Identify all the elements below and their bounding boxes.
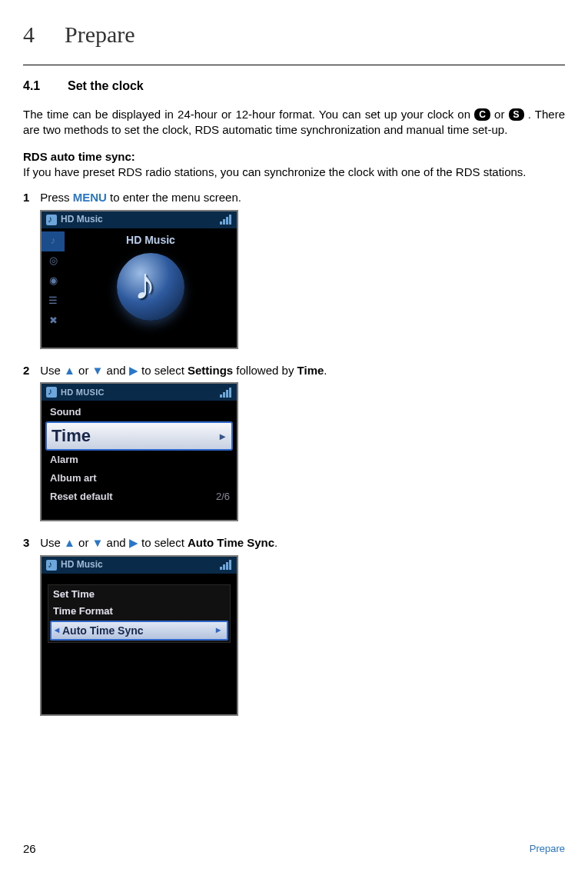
list-item-selected: Time ▸: [45, 421, 233, 451]
step-3: 3 Use ▲ or ▼ and ▶ to select Auto Time S…: [23, 535, 565, 716]
signal-icon: [220, 560, 232, 570]
nav-item-4: ☰: [42, 291, 65, 311]
topbar-title: HD MUSIC: [61, 387, 105, 398]
music-note-icon: [46, 560, 57, 571]
chevron-right-icon: ▸: [220, 429, 225, 443]
intro-text-1: The time can be displayed in 24-hour or …: [23, 108, 474, 121]
arrow-up-icon: ▲: [64, 535, 75, 551]
list-item: Alarm: [45, 451, 233, 469]
nav-item-3: ◉: [42, 271, 65, 291]
nav-item-5: ✖: [42, 311, 65, 331]
section-title: Set the clock: [68, 79, 144, 92]
topbar-title: HD Music: [61, 214, 103, 226]
rds-heading: RDS auto time sync:: [23, 150, 565, 163]
step-2: 2 Use ▲ or ▼ and ▶ to select Settings fo…: [23, 363, 565, 522]
list-item: Reset default2/6: [45, 488, 233, 506]
main-pane: HD Music: [65, 228, 237, 348]
arrow-down-icon: ▼: [92, 363, 104, 378]
divider: [23, 65, 565, 65]
step-text: Use ▲ or ▼ and ▶ to select Auto Time Syn…: [40, 536, 277, 549]
step-text: Press MENU to enter the menu screen.: [40, 191, 241, 204]
chapter-name: Prepare: [65, 22, 135, 47]
rds-body: If you have preset RDS radio stations, y…: [23, 165, 565, 180]
chapter-title: 4Prepare: [23, 22, 565, 48]
manual-page: 4Prepare 4.1Set the clock The time can b…: [0, 0, 588, 872]
page-footer: 26 Prepare: [23, 842, 565, 855]
signal-icon: [220, 388, 232, 398]
step-number: 1: [23, 190, 37, 205]
intro-text-2: or: [494, 108, 509, 121]
screenshot-3: HD Music Set Time Time Format ◂Auto Time…: [40, 555, 238, 716]
time-list: Set Time Time Format ◂Auto Time Sync ▸: [42, 574, 237, 714]
screenshot-1: HD Music ♪ ◎ ◉ ☰ ✖ HD Music: [40, 210, 238, 349]
main-title: HD Music: [65, 233, 237, 247]
list-item: Set Time: [50, 587, 228, 604]
music-note-icon: [46, 215, 57, 225]
section-heading: 4.1Set the clock: [23, 79, 565, 93]
screenshot-2: HD MUSIC Sound Time ▸ Alarm Album art Re…: [40, 382, 238, 521]
side-nav: ♪ ◎ ◉ ☰ ✖: [42, 228, 65, 348]
list-item-selected: ◂Auto Time Sync ▸: [50, 621, 228, 641]
signal-icon: [220, 215, 232, 225]
step-number: 3: [23, 535, 37, 551]
intro-paragraph: The time can be displayed in 24-hour or …: [23, 107, 565, 138]
step-number: 2: [23, 363, 37, 378]
settings-list: Sound Time ▸ Alarm Album art Reset defau…: [42, 401, 237, 520]
list-item: Sound: [45, 403, 233, 421]
chevron-left-icon: ◂: [55, 624, 59, 637]
chapter-number: 4: [23, 22, 65, 48]
c-key-badge: C: [474, 108, 490, 121]
menu-key-label: MENU: [73, 191, 107, 204]
chevron-right-icon: ▸: [216, 624, 221, 637]
topbar: HD Music: [42, 211, 237, 228]
arrow-down-icon: ▼: [92, 535, 104, 551]
arrow-up-icon: ▲: [64, 363, 75, 378]
arrow-right-icon: ▶: [129, 535, 138, 551]
topbar: HD MUSIC: [42, 384, 237, 401]
steps-list: 1 Press MENU to enter the menu screen. H…: [23, 190, 565, 716]
step-1: 1 Press MENU to enter the menu screen. H…: [23, 190, 565, 349]
list-count: 2/6: [216, 491, 230, 504]
step-text: Use ▲ or ▼ and ▶ to select Settings foll…: [40, 364, 327, 377]
topbar-title: HD Music: [61, 559, 103, 571]
s-key-badge: S: [509, 108, 524, 121]
nav-item-music: ♪: [42, 231, 65, 251]
topbar: HD Music: [42, 557, 237, 574]
music-note-icon: [46, 387, 57, 398]
arrow-right-icon: ▶: [129, 363, 138, 378]
page-number: 26: [23, 842, 36, 855]
list-item: Time Format: [50, 604, 228, 621]
nav-item-2: ◎: [42, 251, 65, 271]
section-number: 4.1: [23, 79, 68, 93]
footer-label: Prepare: [530, 843, 565, 854]
list-item: Album art: [45, 469, 233, 488]
music-large-icon: [117, 253, 184, 321]
